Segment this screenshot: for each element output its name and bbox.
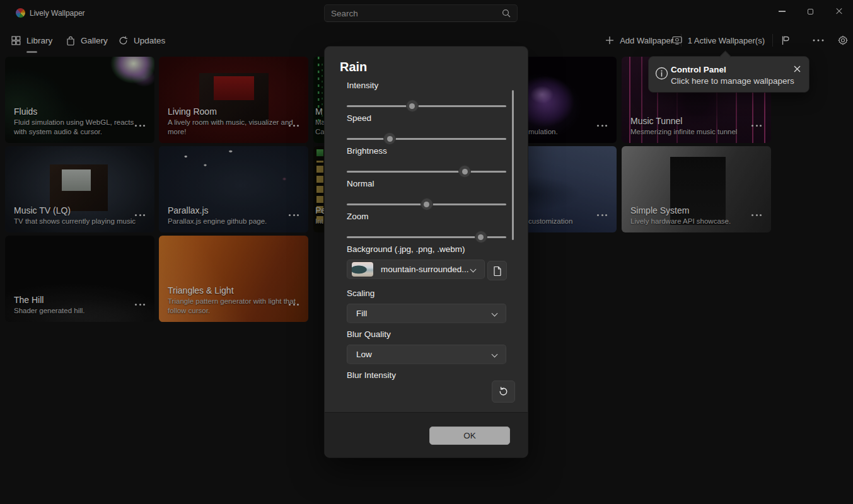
- background-file-dropdown[interactable]: mountain-surrounded...: [347, 260, 485, 279]
- teaching-tip-title: Control Panel: [671, 65, 726, 74]
- chevron-down-icon: [470, 266, 477, 273]
- scaling-dropdown[interactable]: Fill: [347, 304, 506, 323]
- chevron-down-icon: [492, 352, 498, 358]
- intensity-label: Intensity: [347, 81, 506, 90]
- slider-thumb[interactable]: [459, 166, 470, 177]
- speed-slider[interactable]: [347, 131, 506, 146]
- background-file-name: mountain-surrounded...: [381, 265, 469, 274]
- slider-thumb[interactable]: [407, 100, 418, 112]
- slider-track[interactable]: [347, 138, 506, 140]
- brightness-slider-group: Brightness: [347, 146, 506, 179]
- file-icon: [493, 266, 502, 276]
- speed-slider-group: Speed: [347, 113, 506, 146]
- scaling-value: Fill: [356, 309, 367, 318]
- slider-track[interactable]: [347, 171, 506, 173]
- intensity-slider-group: Intensity: [347, 81, 506, 113]
- reset-icon: [498, 386, 509, 397]
- ok-button[interactable]: OK: [429, 427, 510, 445]
- dialog-scrollbar[interactable]: [512, 90, 514, 240]
- brightness-label: Brightness: [347, 146, 506, 156]
- blur-quality-group: Blur Quality Low: [347, 329, 506, 364]
- control-panel-teaching-tip: Control Panel Click here to manage wallp…: [648, 56, 809, 93]
- normal-slider[interactable]: [347, 197, 506, 212]
- reset-button[interactable]: [492, 381, 515, 403]
- blur-intensity-label: Blur Intensity: [347, 370, 506, 380]
- background-thumbnail: [352, 262, 373, 277]
- zoom-slider-group: Zoom: [347, 212, 506, 244]
- blur-quality-value: Low: [356, 350, 372, 359]
- brightness-slider[interactable]: [347, 164, 506, 179]
- blur-quality-label: Blur Quality: [347, 329, 506, 339]
- teaching-tip-close-button[interactable]: [789, 60, 805, 77]
- browse-file-button[interactable]: [487, 261, 507, 280]
- zoom-label: Zoom: [347, 212, 506, 221]
- close-icon: [794, 66, 801, 72]
- info-icon: [655, 67, 668, 80]
- lively-wallpaper-window: Lively Wallpaper Library Gallery: [0, 0, 853, 504]
- normal-label: Normal: [347, 179, 506, 188]
- zoom-slider[interactable]: [347, 229, 506, 244]
- scaling-label: Scaling: [347, 289, 506, 298]
- scaling-group: Scaling Fill: [347, 289, 506, 323]
- customize-dialog: Rain Intensity Speed Brightness Normal: [324, 46, 528, 458]
- slider-thumb[interactable]: [421, 198, 432, 210]
- background-label: Background (.jpg, .png, .webm): [347, 244, 506, 254]
- blur-intensity-group: Blur Intensity: [347, 370, 506, 380]
- normal-slider-group: Normal: [347, 179, 506, 212]
- teaching-tip-message: Click here to manage wallpapers: [671, 76, 794, 86]
- speed-label: Speed: [347, 113, 506, 123]
- dialog-footer: OK: [325, 412, 528, 457]
- dialog-title: Rain: [340, 60, 367, 74]
- slider-track[interactable]: [347, 105, 506, 108]
- blur-quality-dropdown[interactable]: Low: [347, 345, 506, 364]
- slider-thumb[interactable]: [475, 231, 487, 243]
- chevron-down-icon: [492, 311, 498, 317]
- intensity-slider[interactable]: [347, 98, 506, 113]
- slider-thumb[interactable]: [384, 133, 395, 144]
- background-group: Background (.jpg, .png, .webm) mountain-…: [347, 244, 506, 279]
